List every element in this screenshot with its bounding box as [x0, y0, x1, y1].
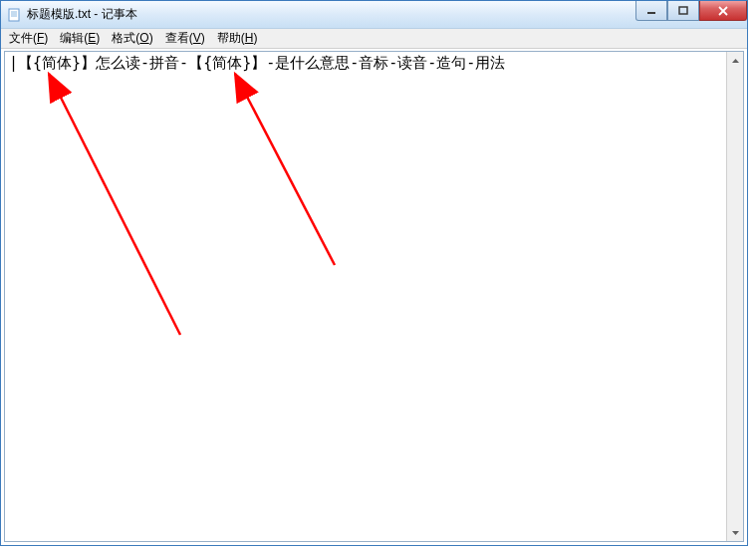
svg-rect-0	[9, 9, 19, 21]
app-icon	[7, 7, 23, 23]
menu-edit[interactable]: 编辑(E)	[54, 28, 106, 49]
menu-format[interactable]: 格式(O)	[106, 28, 158, 49]
text-area-container: |【{简体}】怎么读-拼音-【{简体}】-是什么意思-音标-读音-造句-用法	[4, 51, 744, 542]
menu-file[interactable]: 文件(F)	[3, 28, 54, 49]
window-controls	[635, 1, 747, 21]
svg-marker-9	[732, 531, 739, 535]
window-title: 标题模版.txt - 记事本	[27, 6, 137, 23]
notepad-window: 标题模版.txt - 记事本 文件(F) 编辑(E) 格式(O	[0, 0, 748, 546]
close-button[interactable]	[699, 1, 747, 21]
titlebar[interactable]: 标题模版.txt - 记事本	[1, 1, 747, 29]
svg-rect-4	[647, 12, 655, 14]
text-content[interactable]: |【{简体}】怎么读-拼音-【{简体}】-是什么意思-音标-读音-造句-用法	[5, 52, 743, 74]
svg-marker-8	[732, 59, 739, 63]
scroll-down-arrow-icon[interactable]	[727, 524, 744, 541]
menu-help[interactable]: 帮助(H)	[211, 28, 264, 49]
svg-rect-5	[679, 7, 687, 14]
scroll-up-arrow-icon[interactable]	[727, 52, 744, 69]
minimize-button[interactable]	[635, 1, 667, 21]
menubar: 文件(F) 编辑(E) 格式(O) 查看(V) 帮助(H)	[1, 29, 747, 49]
menu-view[interactable]: 查看(V)	[159, 28, 211, 49]
maximize-button[interactable]	[667, 1, 699, 21]
vertical-scrollbar[interactable]	[726, 52, 743, 541]
